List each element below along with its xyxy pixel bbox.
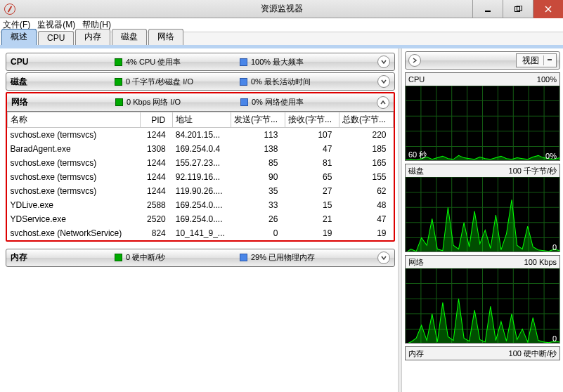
category-network[interactable]: 网络 0 Kbps 网络 I/O 0% 网络使用率 <box>7 93 394 112</box>
cell-total: 155 <box>339 170 393 184</box>
minimize-button[interactable] <box>472 0 503 18</box>
left-pane: CPU 4% CPU 使用率 100% 最大频率 磁盘 0 千字节/秒磁盘 I/… <box>0 48 398 392</box>
view-dropdown[interactable]: 视图 <box>516 53 557 67</box>
svg-rect-2 <box>517 6 522 11</box>
svg-line-3 <box>545 6 551 12</box>
cell-name: BaradAgent.exe <box>8 142 141 156</box>
cell-recv: 15 <box>285 198 339 212</box>
category-cpu[interactable]: CPU 4% CPU 使用率 100% 最大频率 <box>6 53 395 71</box>
table-row[interactable]: BaradAgent.exe1308169.254.0.413847185 <box>8 142 394 156</box>
chart-foot-left: 60 秒 <box>408 150 427 160</box>
chart-title: 磁盘 <box>408 166 424 176</box>
cell-addr: 169.254.0.... <box>173 212 231 226</box>
category-memory[interactable]: 内存 0 硬中断/秒 29% 已用物理内存 <box>6 249 395 267</box>
cell-send: 35 <box>231 184 285 198</box>
expand-memory-button[interactable] <box>377 251 390 264</box>
cell-recv: 19 <box>285 226 339 240</box>
cell-send: 90 <box>231 170 285 184</box>
collapse-network-button[interactable] <box>377 96 389 109</box>
cell-recv: 27 <box>285 184 339 198</box>
collapse-right-button[interactable] <box>408 54 421 67</box>
table-row[interactable]: YDService.exe2520169.254.0....262147 <box>8 212 394 226</box>
mem-int-label: 0 硬中断/秒 <box>126 252 165 263</box>
category-memory-title: 内存 <box>11 251 115 263</box>
cell-addr: 84.201.15... <box>173 128 231 142</box>
mem-used-label: 29% 已用物理内存 <box>251 252 315 263</box>
menu-monitor[interactable]: 监视器(M) <box>37 19 75 31</box>
chart-scale: 100 千字节/秒 <box>509 166 557 176</box>
svg-rect-5 <box>548 59 552 60</box>
table-row[interactable]: svchost.exe (termsvcs)124484.201.15...11… <box>8 128 394 142</box>
table-row[interactable]: svchost.exe (termsvcs)1244155.27.23...85… <box>8 156 394 170</box>
disk-io-label: 0 千字节/秒磁盘 I/O <box>126 77 193 87</box>
network-panel: 网络 0 Kbps 网络 I/O 0% 网络使用率 名称 PID 地址 发送(字… <box>6 92 395 242</box>
tab-cpu[interactable]: CPU <box>38 31 74 45</box>
svg-rect-1 <box>515 6 519 11</box>
expand-cpu-button[interactable] <box>377 55 390 68</box>
chart-title: CPU <box>408 75 425 84</box>
disk-active-label: 0% 最长活动时间 <box>251 77 311 87</box>
table-row[interactable]: YDLive.exe2588169.254.0....331548 <box>8 198 394 212</box>
cell-total: 220 <box>339 128 393 142</box>
table-row[interactable]: svchost.exe (termsvcs)124492.119.16...90… <box>8 170 394 184</box>
cpu-freq-label: 100% 最大频率 <box>251 57 304 67</box>
cell-addr: 92.119.16... <box>173 170 231 184</box>
net-io-swatch <box>115 98 123 106</box>
net-usage-label: 0% 网络使用率 <box>252 97 304 107</box>
col-total[interactable]: 总数(字节... <box>339 112 393 128</box>
expand-disk-button[interactable] <box>377 75 390 88</box>
mem-used-swatch <box>240 254 247 261</box>
cell-name: svchost.exe (termsvcs) <box>8 156 141 170</box>
table-row[interactable]: svchost.exe (termsvcs)1244119.90.26....3… <box>8 184 394 198</box>
cell-addr: 155.27.23... <box>173 156 231 170</box>
chart-foot-right: 0% <box>545 152 557 160</box>
close-button[interactable] <box>533 0 563 18</box>
cell-name: svchost.exe (NetworkService) <box>8 226 141 240</box>
cell-pid: 2520 <box>141 212 173 226</box>
chart-foot-right: 0 <box>552 334 557 343</box>
title-bar: 资源监视器 <box>0 0 563 18</box>
dropdown-arrow-icon <box>543 55 555 65</box>
cell-send: 113 <box>231 128 285 142</box>
col-recv[interactable]: 接收(字节... <box>285 112 339 128</box>
cell-name: svchost.exe (termsvcs) <box>8 184 141 198</box>
cell-send: 26 <box>231 212 285 226</box>
cell-recv: 107 <box>285 128 339 142</box>
tab-disk[interactable]: 磁盘 <box>112 29 147 45</box>
network-table-header: 名称 PID 地址 发送(字节... 接收(字节... 总数(字节... <box>8 112 394 128</box>
tab-overview[interactable]: 概述 <box>1 29 37 45</box>
cell-addr: 119.90.26.... <box>173 184 231 198</box>
cpu-usage-swatch <box>115 58 122 66</box>
cell-send: 85 <box>231 156 285 170</box>
cell-total: 165 <box>339 156 393 170</box>
cell-pid: 1244 <box>141 156 173 170</box>
chart-磁盘: 磁盘100 千字节/秒0 <box>405 164 560 252</box>
chart-foot-right: 0 <box>552 243 557 251</box>
right-toolbar: 视图 <box>405 51 560 70</box>
cell-name: YDLive.exe <box>8 198 141 212</box>
tab-network[interactable]: 网络 <box>148 29 183 45</box>
tab-memory[interactable]: 内存 <box>75 29 110 45</box>
cell-total: 62 <box>339 184 393 198</box>
cell-total: 185 <box>339 142 393 156</box>
svg-line-4 <box>545 6 551 12</box>
tab-bar: 概述 CPU 内存 磁盘 网络 <box>0 32 563 48</box>
cell-total: 48 <box>339 198 393 212</box>
col-addr[interactable]: 地址 <box>173 112 231 128</box>
col-name[interactable]: 名称 <box>8 112 141 128</box>
app-icon <box>4 4 15 15</box>
category-disk[interactable]: 磁盘 0 千字节/秒磁盘 I/O 0% 最长活动时间 <box>6 72 395 91</box>
table-row[interactable]: svchost.exe (NetworkService)82410_141_9_… <box>8 226 394 240</box>
cell-recv: 81 <box>285 156 339 170</box>
chart-scale: 100 Kbps <box>524 258 557 266</box>
cell-pid: 1244 <box>141 170 173 184</box>
col-pid[interactable]: PID <box>141 112 173 128</box>
net-io-label: 0 Kbps 网络 I/O <box>127 97 181 107</box>
col-send[interactable]: 发送(字节... <box>231 112 285 128</box>
chart-内存: 内存100 硬中断/秒 <box>405 346 560 360</box>
cell-total: 47 <box>339 212 393 226</box>
maximize-button[interactable] <box>503 0 533 18</box>
chart-scale: 100 硬中断/秒 <box>509 348 557 359</box>
chart-title: 内存 <box>408 348 424 359</box>
net-usage-swatch <box>240 98 248 106</box>
